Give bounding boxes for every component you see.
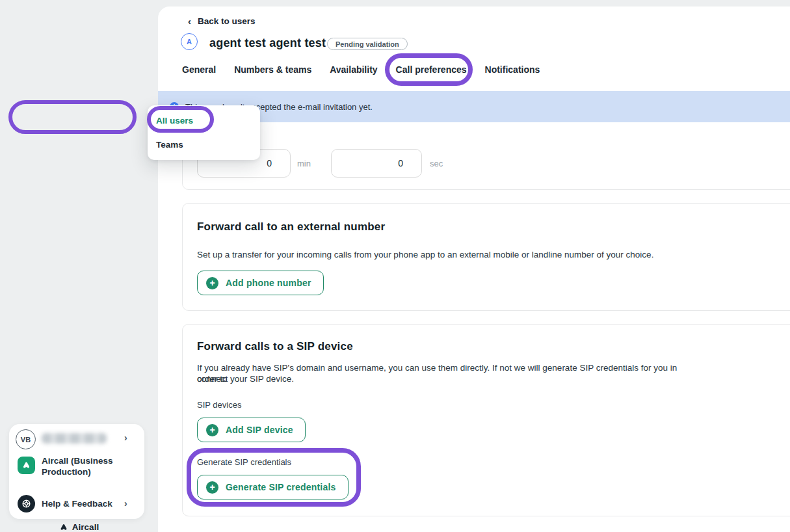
tab-availability[interactable]: Availability [330,62,377,77]
plus-icon: + [206,481,218,494]
tab-notifications[interactable]: Notifications [485,62,540,77]
tab-general[interactable]: General [182,62,216,77]
sip-forward-title: Forward calls to a SIP device [197,340,353,353]
aircall-logo-icon [59,523,68,532]
account-card: VB › Aircall (Business Production) Help … [9,424,144,519]
workspace-label-line1: Aircall (Business [42,456,113,467]
workspace-label[interactable]: Aircall (Business Production) [42,456,113,477]
add-sip-device-label: Add SIP device [226,425,293,435]
flyout-item-all-users[interactable]: All users [156,116,193,126]
tab-call-preferences[interactable]: Call preferences [396,62,467,77]
external-forward-title: Forward call to an external number [197,220,385,233]
seconds-unit-label: sec [430,159,443,168]
add-sip-device-button[interactable]: + Add SIP device [197,418,306,442]
status-badge: Pending validation [327,38,408,50]
back-link-label: Back to users [198,16,256,26]
sip-devices-label: SIP devices [197,400,241,410]
external-forward-description: Set up a transfer for your incoming call… [197,249,653,260]
user-name-redacted [42,433,107,444]
back-to-users-link[interactable]: ‹ Back to users [188,16,256,26]
page-title: agent test agent test [209,36,326,50]
chevron-right-icon: › [124,432,127,443]
aircall-workspace-icon [18,457,35,474]
minutes-unit-label: min [297,159,311,168]
tab-numbers-teams[interactable]: Numbers & teams [234,62,311,77]
avatar: A [181,33,198,50]
external-forward-card: Forward call to an external number Set u… [182,203,790,311]
generate-sip-credentials-label: Generate SIP credentials [197,457,291,467]
aircall-logo-text: Aircall [72,522,99,532]
chevron-right-icon: › [124,498,127,509]
help-feedback-label[interactable]: Help & Feedback [42,499,112,509]
add-phone-number-label: Add phone number [226,278,311,288]
aircall-logo: Aircall [0,522,158,532]
sip-forward-card: Forward calls to a SIP device If you alr… [182,324,790,516]
chevron-left-icon: ‹ [188,16,191,26]
sip-forward-description-line2: connect your SIP device. [197,373,294,384]
seconds-input[interactable] [331,149,422,178]
flyout-item-teams[interactable]: Teams [156,140,183,150]
help-lifebuoy-icon [18,495,35,512]
generate-sip-credentials-button-label: Generate SIP credentials [226,482,336,492]
add-phone-number-button[interactable]: + Add phone number [197,271,324,295]
users-teams-flyout: All users Teams [148,105,260,160]
avatar: VB [16,429,36,449]
plus-icon: + [206,424,218,436]
plus-icon: + [206,277,218,289]
tab-bar: General Numbers & teams Availability Cal… [182,62,540,77]
ring-duration-card: min sec [182,111,790,190]
workspace-label-line2: Production) [42,467,113,478]
generate-sip-credentials-button[interactable]: + Generate SIP credentials [197,475,349,499]
